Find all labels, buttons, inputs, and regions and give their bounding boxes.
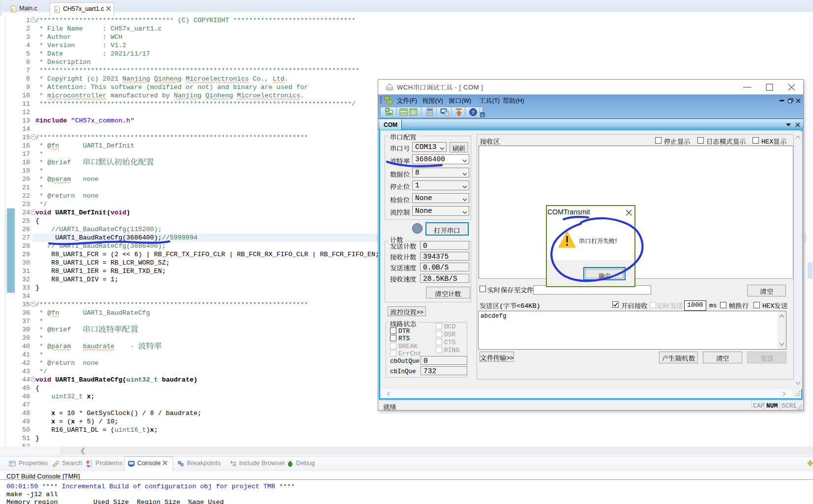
svg-text:c: c xyxy=(56,8,58,12)
svg-text:c: c xyxy=(12,7,14,12)
svg-text:?: ? xyxy=(472,109,475,115)
